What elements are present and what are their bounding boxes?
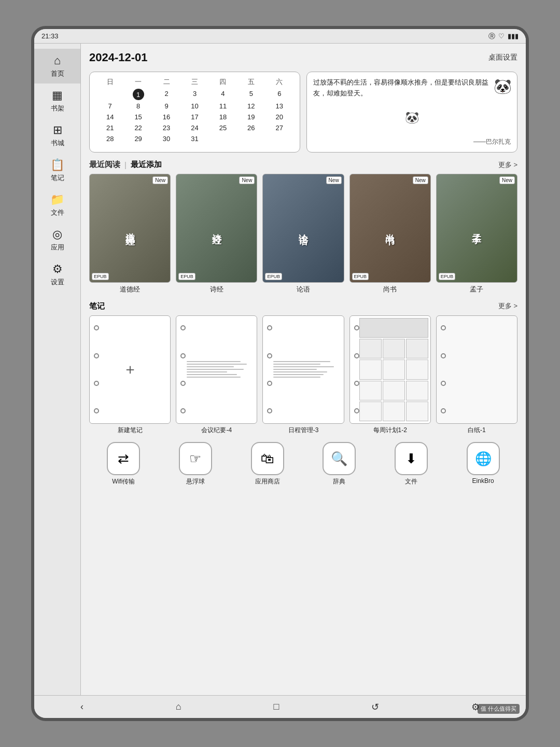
ring-8: [180, 408, 186, 413]
nav-back-button[interactable]: ‹: [72, 698, 92, 715]
date-title: 2024-12-01: [89, 51, 148, 64]
cal-day-fri: 五: [237, 77, 265, 87]
note-title-weekly: 每周计划1-2: [373, 426, 407, 435]
tab-recent-read[interactable]: 最近阅读: [89, 160, 120, 170]
book-cover-2: New 诗经 EPUB: [176, 174, 257, 283]
notes-row: ＋ 新建笔记: [89, 315, 517, 435]
note-item-blank[interactable]: 白纸-1: [436, 315, 517, 435]
cal-d25: 25: [209, 123, 237, 133]
ring-17: [441, 325, 446, 330]
note-rings-3: [267, 316, 272, 424]
app-float[interactable]: ☞ 悬浮球: [179, 442, 212, 486]
ring-19: [441, 381, 446, 386]
note-cover-weekly: [349, 315, 431, 424]
app-float-label: 悬浮球: [186, 477, 205, 486]
app-wifi[interactable]: ⇄ Wifi传输: [107, 442, 140, 486]
dict-icon: 🔍: [323, 442, 356, 475]
app-einkbro[interactable]: 🌐 EinkBro: [467, 442, 500, 486]
sidebar-item-files[interactable]: 📁 文件: [34, 188, 80, 223]
app-dict[interactable]: 🔍 辞典: [323, 442, 356, 486]
cal-d26: 26: [237, 123, 265, 133]
sidebar-item-apps[interactable]: ◎ 应用: [34, 223, 80, 257]
quote-text: 过放荡不羁的生活，容易得像顺水推舟，但是要结识良朋益友，却难如登天。: [313, 77, 511, 99]
ring-2: [94, 353, 99, 358]
cal-d12: 12: [237, 101, 265, 111]
files-app-icon: ⬇: [395, 442, 428, 475]
wifi-icon: ⇄: [107, 442, 140, 475]
app-store[interactable]: 🛍 应用商店: [251, 442, 284, 486]
recent-section: 最近阅读 | 最近添加 更多 > New 道德经 EPUB 道德经: [89, 160, 517, 294]
panda-top-icon: 🐼: [494, 75, 512, 99]
app-files[interactable]: ⬇ 文件: [395, 442, 428, 486]
note-item-weekly[interactable]: 每周计划1-2: [349, 315, 431, 435]
book-epub-1: EPUB: [92, 273, 109, 280]
book-cover-text-5: 孟子: [470, 226, 483, 230]
ring-16: [354, 408, 359, 413]
cal-d30: 30: [152, 134, 180, 144]
book-cover-5: New 孟子 EPUB: [436, 174, 517, 283]
desktop-settings-button[interactable]: 桌面设置: [488, 53, 517, 62]
apps-row: ⇄ Wifi传输 ☞ 悬浮球 🛍 应用商店 🔍 辞典 ⬇ 文件: [89, 442, 517, 486]
sidebar-item-home[interactable]: ⌂ 首页: [34, 49, 80, 84]
tab-recent-add[interactable]: 最近添加: [131, 160, 162, 170]
book-item-mengzi[interactable]: New 孟子 EPUB 孟子: [436, 174, 517, 294]
books-more-button[interactable]: 更多 >: [498, 160, 517, 170]
ring-1: [94, 325, 99, 330]
sidebar-item-settings[interactable]: ⚙ 设置: [34, 257, 80, 292]
note-item-new[interactable]: ＋ 新建笔记: [89, 315, 171, 435]
cal-d13: 13: [265, 101, 293, 111]
nav-refresh-button[interactable]: ↺: [363, 698, 387, 716]
book-cover-text-4: 尚书: [384, 226, 396, 230]
cal-d22: 22: [124, 123, 152, 133]
notes-more-button[interactable]: 更多 >: [498, 301, 517, 311]
book-item-lunyu[interactable]: New 论语 EPUB 论语: [262, 174, 344, 294]
store-icon: ⊞: [53, 123, 62, 137]
ring-6: [180, 353, 186, 358]
ring-18: [441, 353, 446, 358]
book-item-shijing[interactable]: New 诗经 EPUB 诗经: [176, 174, 257, 294]
bookshelf-icon: ▦: [52, 89, 63, 102]
cal-d4: 4: [209, 89, 237, 100]
note-grid: [350, 316, 430, 424]
float-ball-icon: ☞: [179, 442, 212, 475]
cal-d18: 18: [209, 112, 237, 122]
quote-author: ——巴尔扎克: [313, 137, 511, 147]
sidebar-item-bookshelf[interactable]: ▦ 书架: [34, 84, 80, 118]
sidebar-label-store: 书城: [51, 139, 64, 148]
book-item-daodejing[interactable]: New 道德经 EPUB 道德经: [89, 174, 171, 294]
sidebar-label-bookshelf: 书架: [51, 104, 64, 113]
note-item-schedule[interactable]: 日程管理-3: [262, 315, 344, 435]
note-rings-1: [94, 316, 99, 424]
ring-14: [354, 353, 359, 358]
status-time: 21:33: [41, 32, 59, 40]
note-rings-5: [441, 316, 446, 424]
nav-home-button[interactable]: ⌂: [167, 698, 190, 715]
book-new-badge-3: New: [326, 176, 342, 184]
calendar-header: 日 一 二 三 四 五 六: [96, 77, 293, 87]
cal-day-sun: 日: [96, 77, 124, 87]
note-rings-4: [354, 316, 359, 424]
notes-section: 笔记 更多 > ＋: [89, 301, 517, 435]
bottom-nav: ‹ ⌂ □ ↺ ⚙: [34, 695, 526, 718]
home-icon: ⌂: [54, 54, 61, 67]
app-files-label: 文件: [405, 477, 417, 486]
cal-e3: [265, 134, 293, 144]
book-item-shangshu[interactable]: New 尚书 EPUB 尚书: [349, 174, 431, 294]
cal-day-mon: 一: [124, 77, 152, 87]
cal-d7: 7: [96, 101, 124, 111]
cal-day-wed: 三: [180, 77, 208, 87]
files-icon: 📁: [50, 193, 64, 206]
sidebar-item-notes[interactable]: 📋 笔记: [34, 153, 80, 188]
notes-icon: 📋: [50, 158, 64, 172]
cal-e4: [96, 145, 124, 147]
sidebar-item-store[interactable]: ⊞ 书城: [34, 118, 80, 153]
header-row: 2024-12-01 桌面设置: [89, 51, 517, 64]
widgets-row: 日 一 二 三 四 五 六 1 2 3 4: [89, 72, 517, 153]
note-preview-schedule: [263, 316, 343, 424]
nav-recents-button[interactable]: □: [265, 698, 287, 715]
appstore-icon: 🛍: [251, 442, 284, 475]
book-new-badge-1: New: [152, 176, 168, 184]
note-title-schedule: 日程管理-3: [288, 426, 319, 435]
note-item-meeting[interactable]: 会议纪要-4: [176, 315, 257, 435]
book-cover-4: New 尚书 EPUB: [349, 174, 431, 283]
